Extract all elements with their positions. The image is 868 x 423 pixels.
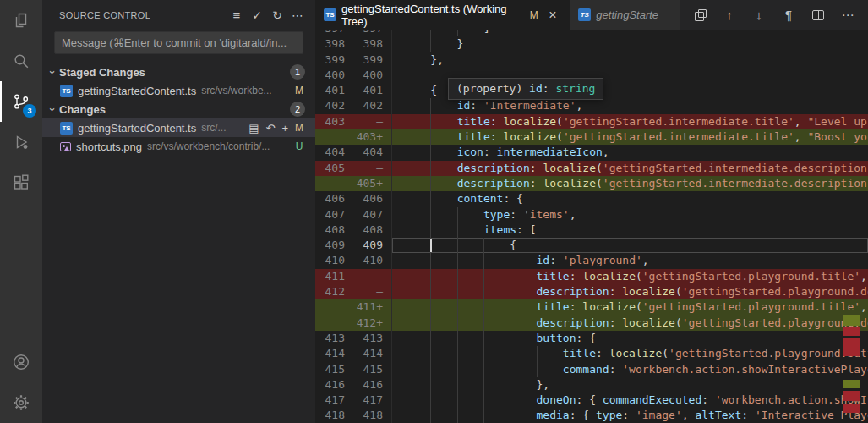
indent-guide [483, 377, 484, 393]
open-changes-icon[interactable] [692, 8, 707, 23]
more-actions-icon[interactable]: ⋯ [840, 8, 855, 23]
close-icon[interactable]: × [545, 7, 561, 24]
new-line-number: 417 [353, 393, 391, 408]
token: id [537, 254, 550, 266]
token [404, 223, 483, 236]
indent-guide [483, 393, 484, 408]
source-control-button[interactable]: 3 [0, 81, 42, 122]
open-file-icon[interactable]: ▤ [248, 122, 259, 135]
extensions-button[interactable] [0, 162, 42, 203]
previous-change-icon[interactable]: ↑ [722, 8, 737, 23]
tab-working-tree[interactable]: TS gettingStartedContent.ts (Working Tre… [315, 0, 569, 30]
scm-file-row[interactable]: TSgettingStartedContent.tssrc/vs/workbe.… [42, 81, 315, 100]
code-line[interactable]: 404404 icon: intermediateIcon, [315, 145, 868, 160]
indent-guide [457, 269, 458, 284]
token: title [537, 300, 570, 313]
code-line[interactable]: 410410 id: 'playground', [315, 253, 868, 268]
token: 'playground' [563, 254, 642, 266]
sidebar-header: SOURCE CONTROL ≡ ✓ ↻ ⋯ [42, 0, 315, 30]
scm-group-count-badge: 1 [290, 64, 305, 80]
indent-guide [457, 316, 458, 331]
indent-guide [430, 316, 431, 331]
text-cursor [430, 239, 432, 252]
token: intermediateIcon [497, 146, 603, 158]
code-line[interactable]: 408408 items: [ [315, 222, 868, 238]
code-line[interactable]: 415415 command: 'workbench.action.showIn… [315, 362, 868, 377]
code-line[interactable]: 411– title: localize('gettingStarted.pla… [315, 269, 868, 284]
token: : [510, 208, 523, 221]
code-line[interactable]: 417417 doneOn: { commandExecuted: 'workb… [315, 393, 868, 408]
code-line[interactable]: 403– title: localize('gettingStarted.int… [315, 114, 868, 129]
indent-guide [510, 346, 510, 361]
code-line[interactable]: 405+ description: localize('gettingStart… [315, 176, 868, 191]
search-button[interactable] [0, 41, 42, 81]
indent-guide [430, 284, 431, 299]
pilcrow-icon[interactable]: ¶ [781, 8, 796, 23]
old-line-number: 400 [315, 68, 353, 83]
new-line-number: 400 [353, 68, 391, 83]
explorer-button[interactable] [0, 0, 42, 41]
new-line-number: 402 [353, 98, 391, 113]
code-content: title: localize('gettingStarted.intermed… [391, 129, 868, 145]
split-editor-icon[interactable] [811, 8, 826, 23]
indent-guide [483, 269, 484, 284]
gear-icon [11, 393, 31, 413]
code-line[interactable]: 397397 ] [315, 30, 868, 36]
indent-guide [430, 114, 431, 129]
code-line[interactable]: 402402 id: 'Intermediate', [315, 98, 868, 113]
account-button[interactable] [0, 342, 42, 382]
run-debug-button[interactable] [0, 122, 42, 162]
discard-changes-icon[interactable]: ↶ [266, 122, 276, 135]
next-change-icon[interactable]: ↓ [751, 8, 767, 23]
typescript-file-icon: TS [324, 8, 336, 21]
token: : [609, 316, 623, 329]
token: : [576, 332, 590, 344]
code-line[interactable]: 398398 } [315, 36, 868, 52]
code-line[interactable]: 407407 type: 'items', [315, 207, 868, 222]
commit-message-input[interactable] [54, 31, 303, 54]
code-line[interactable]: 418418 media: { type: 'image', altText: … [315, 408, 868, 423]
indent-guide [537, 346, 538, 361]
token: : [701, 393, 715, 406]
code-content: } [391, 36, 868, 52]
code-line[interactable]: 413413 button: { [315, 331, 868, 346]
scm-group-header[interactable]: ›Staged Changes1 [42, 63, 315, 81]
chevron-down-icon: › [46, 65, 59, 79]
token [404, 285, 537, 298]
code-line[interactable]: 409409 { [315, 238, 868, 253]
token [404, 254, 537, 266]
code-line[interactable]: 412– description: localize('gettingStart… [315, 284, 868, 299]
token [404, 332, 537, 344]
refresh-icon[interactable]: ↻ [268, 6, 287, 25]
new-line-number: 412+ [353, 316, 391, 331]
token: : [516, 223, 530, 236]
token: : [490, 115, 504, 128]
code-line[interactable]: 399399 }, [315, 52, 868, 68]
tab-preview[interactable]: TS gettingStarte [569, 0, 680, 30]
stage-changes-icon[interactable]: + [281, 122, 288, 135]
scm-group-header[interactable]: ›Changes2 [42, 100, 315, 118]
code-line[interactable]: 406406 content: { [315, 191, 868, 206]
settings-button[interactable] [0, 382, 42, 423]
token: { [589, 393, 603, 406]
extensions-icon [11, 173, 31, 193]
token: localize [582, 300, 636, 313]
git-status-letter: M [293, 85, 305, 96]
code-line[interactable]: 414414 title: localize('gettingStarted.p… [315, 346, 868, 361]
token: : [549, 254, 563, 266]
code-line[interactable]: 405– description: localize('gettingStart… [315, 161, 868, 176]
indent-guide [483, 316, 484, 331]
token: 'Intermediate' [483, 99, 576, 112]
token: }, [404, 53, 444, 66]
code-line[interactable]: 416416 }, [315, 377, 868, 393]
overview-ruler[interactable] [843, 30, 860, 423]
commit-check-icon[interactable]: ✓ [248, 6, 266, 25]
code-line[interactable]: 412+ description: localize('gettingStart… [315, 316, 868, 331]
scm-file-row[interactable]: shortcuts.pngsrc/vs/workbench/contrib/..… [42, 137, 315, 156]
more-actions-icon[interactable]: ⋯ [288, 6, 307, 25]
view-as-tree-icon[interactable]: ≡ [227, 6, 246, 25]
code-line[interactable]: 403+ title: localize('gettingStarted.int… [315, 129, 868, 145]
scm-file-row[interactable]: TSgettingStartedContent.tssrc/...▤↶+M [42, 118, 315, 137]
editor-group: TS gettingStartedContent.ts (Working Tre… [315, 0, 868, 423]
code-line[interactable]: 411+ title: localize('gettingStarted.pla… [315, 299, 868, 315]
